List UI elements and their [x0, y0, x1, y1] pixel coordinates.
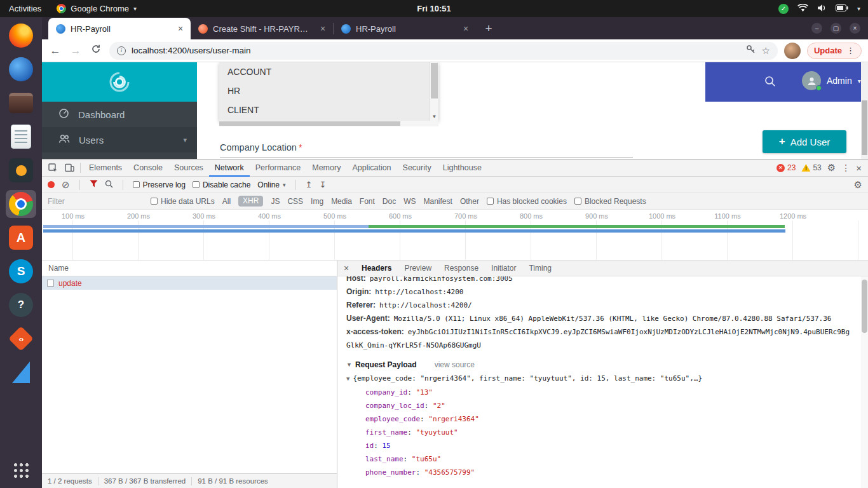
site-info-icon[interactable]: i: [117, 46, 126, 55]
dropdown-option-hr[interactable]: HR: [219, 81, 430, 100]
dock-item-skype[interactable]: S: [6, 257, 36, 285]
browser-tab-1[interactable]: HR-Payroll ×: [48, 18, 191, 39]
devtools-close-icon[interactable]: ×: [856, 163, 862, 173]
error-badge[interactable]: ✕23: [776, 163, 796, 172]
dock-item-remmina[interactable]: ‹›: [6, 325, 36, 353]
scrollbar-thumb[interactable]: [862, 280, 867, 333]
back-button[interactable]: ←: [48, 44, 62, 57]
app-menu[interactable]: Google Chrome ▾: [50, 4, 143, 13]
browser-tab-3[interactable]: HR-Payroll ×: [334, 18, 476, 39]
filter-type-img[interactable]: Img: [311, 193, 323, 210]
devtools-tab-sources[interactable]: Sources: [168, 159, 209, 177]
forward-button[interactable]: →: [69, 44, 83, 57]
clock[interactable]: Fri 10:51: [417, 4, 451, 13]
disclosure-triangle-icon[interactable]: ▼: [346, 358, 352, 372]
dock-item-text-editor[interactable]: [6, 123, 36, 151]
filter-type-font[interactable]: Font: [360, 193, 375, 210]
url-text[interactable]: localhost:4200/users/user-main: [132, 46, 740, 55]
battery-icon[interactable]: [836, 4, 848, 13]
tab-close-icon[interactable]: ×: [175, 24, 186, 34]
filter-type-manifest[interactable]: Manifest: [424, 193, 452, 210]
system-tray[interactable]: ✓ ▾: [778, 4, 868, 14]
scrollbar-thumb[interactable]: [219, 121, 400, 126]
new-tab-button[interactable]: +: [480, 20, 498, 37]
has-blocked-cookies-checkbox[interactable]: Has blocked cookies: [487, 197, 567, 206]
devtools-tab-elements[interactable]: Elements: [83, 159, 128, 177]
devtools-tab-application[interactable]: Application: [346, 159, 397, 177]
devtools-tab-network[interactable]: Network: [209, 159, 250, 177]
dock-item-media-player[interactable]: [6, 156, 36, 184]
view-source-link[interactable]: view source: [435, 358, 475, 372]
filter-type-media[interactable]: Media: [331, 193, 352, 210]
user-menu[interactable]: Admin ▾: [802, 71, 861, 90]
wifi-icon[interactable]: [797, 4, 808, 14]
search-icon[interactable]: [105, 180, 113, 190]
filter-funnel-icon[interactable]: [90, 180, 98, 189]
disclosure-triangle-icon[interactable]: ▼: [346, 376, 349, 382]
devtools-tab-console[interactable]: Console: [128, 159, 168, 177]
password-key-icon[interactable]: [746, 44, 756, 57]
details-close-icon[interactable]: ×: [337, 263, 355, 273]
scroll-down-arrow-icon[interactable]: ▼: [430, 112, 438, 121]
filter-type-doc[interactable]: Doc: [383, 193, 396, 210]
filter-type-xhr[interactable]: XHR: [238, 196, 263, 207]
tab-close-icon[interactable]: ×: [318, 24, 328, 34]
scrollbar-thumb[interactable]: [862, 100, 867, 155]
bookmark-star-icon[interactable]: ☆: [761, 45, 770, 57]
reload-button[interactable]: [89, 44, 103, 57]
kebab-menu-icon[interactable]: ⋮: [841, 163, 850, 173]
browser-tab-2[interactable]: Create Shift - HR-PAYROLL ×: [191, 18, 333, 39]
export-har-icon[interactable]: ↧: [319, 180, 326, 189]
company-location-input[interactable]: [220, 157, 633, 158]
filter-type-other[interactable]: Other: [460, 193, 479, 210]
filter-type-css[interactable]: CSS: [287, 193, 303, 210]
details-tab-timing[interactable]: Timing: [522, 261, 558, 276]
dock-item-firefox[interactable]: [6, 22, 36, 50]
disable-cache-checkbox[interactable]: Disable cache: [193, 180, 250, 189]
add-user-button[interactable]: + Add User: [763, 130, 846, 153]
settings-gear-icon[interactable]: ⚙: [827, 162, 836, 173]
kebab-menu-icon[interactable]: ⋮: [846, 46, 855, 55]
volume-icon[interactable]: [817, 4, 827, 14]
dock-item-archive[interactable]: [6, 89, 36, 117]
scrollbar-thumb[interactable]: [431, 63, 438, 98]
requests-name-column-header[interactable]: Name: [42, 261, 337, 276]
dock-item-help[interactable]: ?: [6, 291, 36, 319]
details-tab-response[interactable]: Response: [438, 261, 485, 276]
record-button[interactable]: [48, 181, 55, 188]
address-bar[interactable]: i localhost:4200/users/user-main ☆: [109, 42, 778, 60]
throttling-dropdown[interactable]: Online▾: [257, 180, 285, 189]
search-icon[interactable]: [764, 76, 776, 90]
dock-item-app-grid[interactable]: [6, 456, 36, 484]
profile-avatar[interactable]: [784, 43, 801, 59]
network-filter-input[interactable]: [48, 197, 143, 206]
activities-button[interactable]: Activities: [0, 4, 50, 13]
sidebar-item-users[interactable]: Users ▾: [42, 127, 197, 152]
details-tab-headers[interactable]: Headers: [355, 261, 398, 276]
maximize-button[interactable]: ▢: [831, 23, 841, 34]
dock-item-chrome[interactable]: [6, 190, 36, 218]
filter-type-all[interactable]: All: [222, 193, 231, 210]
warning-badge[interactable]: !53: [801, 163, 821, 172]
dock-item-ubuntu-software[interactable]: A: [6, 224, 36, 252]
devtools-tab-security[interactable]: Security: [397, 159, 437, 177]
close-window-button[interactable]: ×: [850, 23, 860, 34]
clear-icon[interactable]: ⊘: [62, 180, 70, 189]
hide-data-urls-checkbox[interactable]: Hide data URLs: [151, 197, 215, 206]
dropdown-option-client[interactable]: CLIENT: [219, 100, 430, 119]
dropdown-option-account[interactable]: ACCOUNT: [219, 62, 430, 81]
details-tab-initiator[interactable]: Initiator: [485, 261, 522, 276]
import-har-icon[interactable]: ↥: [306, 180, 313, 189]
chrome-update-button[interactable]: Update ⋮: [807, 43, 862, 59]
dock-item-mail[interactable]: [6, 358, 36, 386]
network-overview-timeline[interactable]: 100 ms 200 ms 300 ms 400 ms 500 ms 600 m…: [42, 210, 868, 261]
tab-close-icon[interactable]: ×: [461, 24, 471, 34]
inspect-element-icon[interactable]: [44, 159, 61, 176]
status-check-icon[interactable]: ✓: [778, 4, 789, 14]
network-settings-gear-icon[interactable]: ⚙: [854, 179, 862, 191]
request-row-update[interactable]: update: [42, 276, 337, 290]
devtools-tab-performance[interactable]: Performance: [250, 159, 307, 177]
devtools-tab-lighthouse[interactable]: Lighthouse: [437, 159, 487, 177]
sidebar-item-dashboard[interactable]: Dashboard: [42, 102, 197, 127]
filter-type-ws[interactable]: WS: [403, 193, 416, 210]
